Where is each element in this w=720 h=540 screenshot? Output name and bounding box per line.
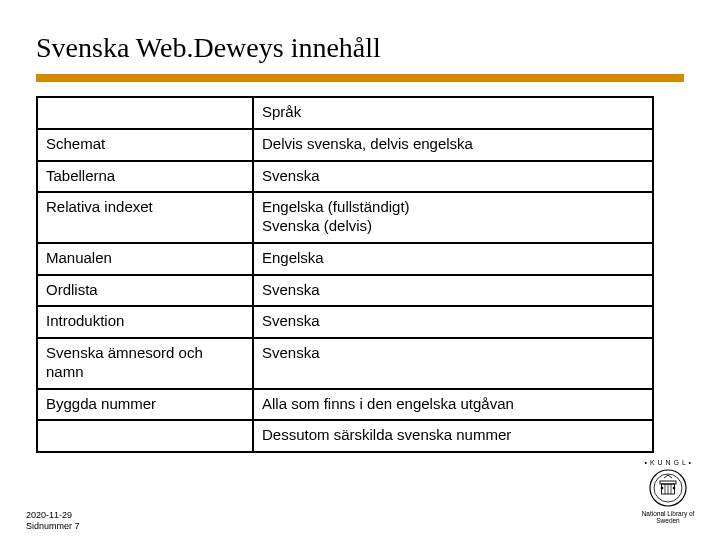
- table-cell: Manualen: [37, 243, 253, 275]
- title-rule: [36, 74, 684, 82]
- footer-date: 2020-11-29: [26, 510, 80, 521]
- table-row: Introduktion Svenska: [37, 306, 653, 338]
- table-cell: Engelska: [253, 243, 653, 275]
- table-row: Språk: [37, 97, 653, 129]
- table-row: Tabellerna Svenska: [37, 161, 653, 193]
- table-row: Dessutom särskilda svenska nummer: [37, 420, 653, 452]
- table-row: Manualen Engelska: [37, 243, 653, 275]
- logo-top-text: • K U N G L •: [636, 459, 700, 466]
- table-row: Svenska ämnesord och namn Svenska: [37, 338, 653, 389]
- table-cell: Byggda nummer: [37, 389, 253, 421]
- table-cell: Svenska: [253, 306, 653, 338]
- table-row: Schemat Delvis svenska, delvis engelska: [37, 129, 653, 161]
- table-cell: Delvis svenska, delvis engelska: [253, 129, 653, 161]
- table-cell: [37, 97, 253, 129]
- table-cell: Tabellerna: [37, 161, 253, 193]
- logo-seal-icon: [648, 468, 688, 508]
- logo-bottom-text: National Library of Sweden: [636, 510, 700, 524]
- table-cell: Engelska (fullständigt)Svenska (delvis): [253, 192, 653, 243]
- table-row: Relativa indexet Engelska (fullständigt)…: [37, 192, 653, 243]
- footer: 2020-11-29 Sidnummer 7: [26, 510, 80, 533]
- table-cell: Svenska ämnesord och namn: [37, 338, 253, 389]
- table-cell: Schemat: [37, 129, 253, 161]
- page-title: Svenska Web.Deweys innehåll: [36, 32, 684, 64]
- table-cell: Svenska: [253, 275, 653, 307]
- table-cell: [37, 420, 253, 452]
- table-cell: Alla som finns i den engelska utgåvan: [253, 389, 653, 421]
- table-cell: Dessutom särskilda svenska nummer: [253, 420, 653, 452]
- library-logo: • K U N G L • National Library of Sweden: [636, 459, 700, 524]
- table-cell: Relativa indexet: [37, 192, 253, 243]
- slide: Svenska Web.Deweys innehåll Språk Schema…: [0, 0, 720, 540]
- table-cell: Ordlista: [37, 275, 253, 307]
- table-cell: Svenska: [253, 161, 653, 193]
- table-cell: Språk: [253, 97, 653, 129]
- table-cell: Introduktion: [37, 306, 253, 338]
- svg-rect-4: [660, 481, 676, 484]
- table-row: Ordlista Svenska: [37, 275, 653, 307]
- footer-page: Sidnummer 7: [26, 521, 80, 532]
- content-table: Språk Schemat Delvis svenska, delvis eng…: [36, 96, 654, 453]
- table-row: Byggda nummer Alla som finns i den engel…: [37, 389, 653, 421]
- table-cell: Svenska: [253, 338, 653, 389]
